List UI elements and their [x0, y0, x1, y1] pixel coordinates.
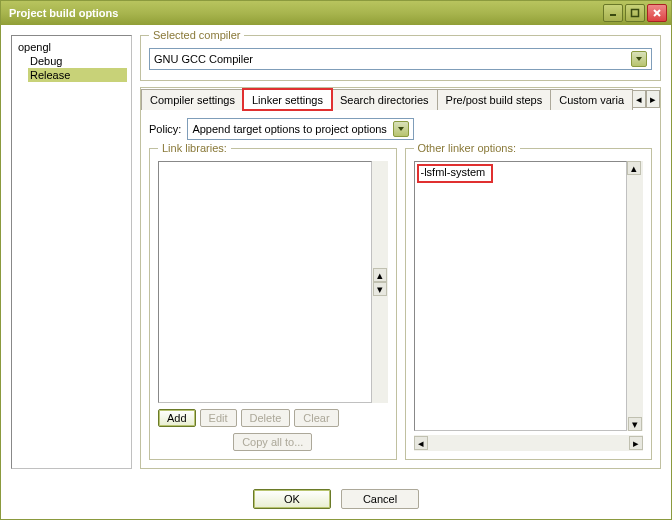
policy-row: Policy: Append target options to project… — [149, 118, 652, 140]
lib-buttons: Add Edit Delete Clear — [158, 409, 388, 427]
window-controls — [603, 4, 667, 22]
clear-button: Clear — [294, 409, 338, 427]
linker-panels: Link libraries: ▴ ▾ Add Edit — [149, 148, 652, 460]
other-linker-area: -lsfml-system ▴ ▾ — [414, 161, 644, 431]
compiler-group: Selected compiler GNU GCC Compiler — [140, 35, 661, 81]
compiler-group-label: Selected compiler — [149, 29, 244, 41]
tab-compiler-settings[interactable]: Compiler settings — [141, 89, 244, 110]
right-panel: Selected compiler GNU GCC Compiler Compi… — [140, 35, 661, 469]
ok-button[interactable]: OK — [253, 489, 331, 509]
tab-search-directories[interactable]: Search directories — [331, 89, 438, 110]
delete-button: Delete — [241, 409, 291, 427]
dialog-window: Project build options opengl Debug Relea… — [0, 0, 672, 520]
tab-linker-settings[interactable]: Linker settings — [243, 89, 332, 110]
textarea-hscrollbar[interactable]: ◂ ▸ — [414, 435, 644, 451]
svg-rect-1 — [632, 10, 639, 17]
copy-row: Copy all to... — [158, 433, 388, 451]
copy-all-button: Copy all to... — [233, 433, 312, 451]
titlebar[interactable]: Project build options — [1, 1, 671, 25]
target-tree[interactable]: opengl Debug Release — [11, 35, 132, 469]
link-libraries-group: Link libraries: ▴ ▾ Add Edit — [149, 148, 397, 460]
scroll-up-icon[interactable]: ▴ — [373, 268, 387, 282]
maximize-button[interactable] — [625, 4, 645, 22]
other-linker-label: Other linker options: — [414, 142, 520, 154]
tab-scroll-nav: ◂ ▸ — [632, 90, 660, 108]
other-linker-options-group: Other linker options: -lsfml-system ▴ — [405, 148, 653, 460]
tab-prepost-build[interactable]: Pre/post build steps — [437, 89, 552, 110]
compiler-dropdown[interactable]: GNU GCC Compiler — [149, 48, 652, 70]
tree-release[interactable]: Release — [28, 68, 127, 82]
scroll-left-icon[interactable]: ◂ — [414, 436, 428, 450]
close-button[interactable] — [647, 4, 667, 22]
settings-tabs: Compiler settings Linker settings Search… — [140, 87, 661, 469]
tab-custom-variables[interactable]: Custom varia — [550, 89, 633, 110]
other-linker-text: -lsfml-system — [417, 164, 494, 183]
add-button[interactable]: Add — [158, 409, 196, 427]
tab-strip: Compiler settings Linker settings Search… — [141, 88, 660, 110]
textarea-vscrollbar[interactable]: ▴ ▾ — [627, 161, 643, 431]
tree-debug[interactable]: Debug — [28, 54, 127, 68]
link-libraries-label: Link libraries: — [158, 142, 231, 154]
policy-dropdown[interactable]: Append target options to project options — [187, 118, 413, 140]
minimize-button[interactable] — [603, 4, 623, 22]
window-title: Project build options — [5, 7, 603, 19]
policy-label: Policy: — [149, 123, 181, 135]
chevron-down-icon — [393, 121, 409, 137]
compiler-selected-value: GNU GCC Compiler — [154, 53, 253, 65]
scroll-down-icon[interactable]: ▾ — [628, 417, 642, 431]
tab-scroll-left-icon[interactable]: ◂ — [632, 90, 646, 108]
content-area: opengl Debug Release Selected compiler G… — [1, 25, 671, 479]
chevron-down-icon — [631, 51, 647, 67]
scroll-down-icon[interactable]: ▾ — [373, 282, 387, 296]
tab-scroll-right-icon[interactable]: ▸ — [646, 90, 660, 108]
dialog-footer: OK Cancel — [1, 479, 671, 519]
list-scrollbar[interactable]: ▴ ▾ — [372, 161, 388, 403]
edit-button: Edit — [200, 409, 237, 427]
scroll-right-icon[interactable]: ▸ — [629, 436, 643, 450]
cancel-button[interactable]: Cancel — [341, 489, 419, 509]
policy-value: Append target options to project options — [192, 123, 386, 135]
scroll-up-icon[interactable]: ▴ — [627, 161, 641, 175]
link-libraries-list[interactable] — [158, 161, 372, 403]
tab-body: Policy: Append target options to project… — [141, 110, 660, 468]
tree-root[interactable]: opengl — [16, 40, 127, 54]
link-libraries-area: ▴ ▾ — [158, 161, 388, 403]
other-linker-textarea[interactable]: -lsfml-system — [414, 161, 628, 431]
